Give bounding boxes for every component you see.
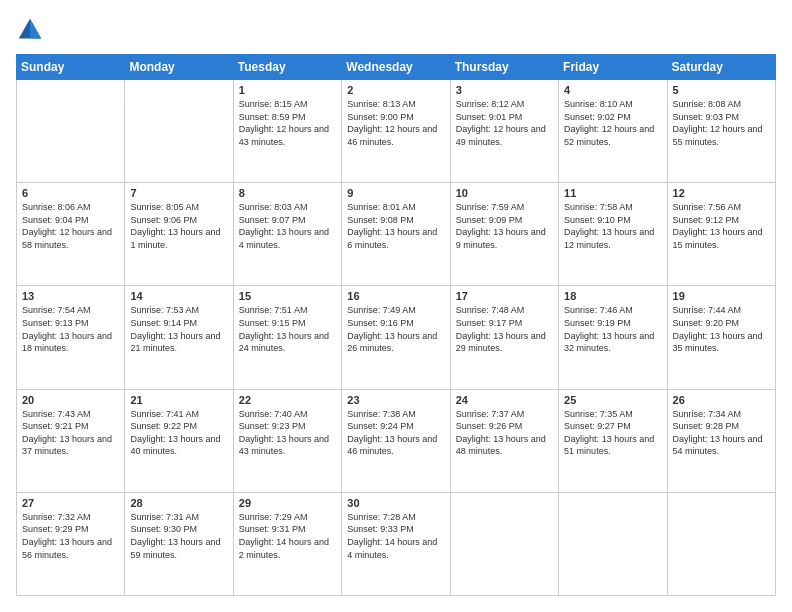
calendar-cell: 12Sunrise: 7:56 AM Sunset: 9:12 PM Dayli… <box>667 183 775 286</box>
week-row-2: 6Sunrise: 8:06 AM Sunset: 9:04 PM Daylig… <box>17 183 776 286</box>
calendar-table: SundayMondayTuesdayWednesdayThursdayFrid… <box>16 54 776 596</box>
page: SundayMondayTuesdayWednesdayThursdayFrid… <box>0 0 792 612</box>
calendar-cell: 29Sunrise: 7:29 AM Sunset: 9:31 PM Dayli… <box>233 492 341 595</box>
col-header-saturday: Saturday <box>667 55 775 80</box>
day-info: Sunrise: 8:05 AM Sunset: 9:06 PM Dayligh… <box>130 201 227 251</box>
calendar-header-row: SundayMondayTuesdayWednesdayThursdayFrid… <box>17 55 776 80</box>
day-number: 27 <box>22 497 119 509</box>
day-number: 16 <box>347 290 444 302</box>
day-number: 11 <box>564 187 661 199</box>
calendar-cell: 2Sunrise: 8:13 AM Sunset: 9:00 PM Daylig… <box>342 80 450 183</box>
calendar-cell: 16Sunrise: 7:49 AM Sunset: 9:16 PM Dayli… <box>342 286 450 389</box>
day-info: Sunrise: 7:28 AM Sunset: 9:33 PM Dayligh… <box>347 511 444 561</box>
calendar-cell: 28Sunrise: 7:31 AM Sunset: 9:30 PM Dayli… <box>125 492 233 595</box>
calendar-cell: 5Sunrise: 8:08 AM Sunset: 9:03 PM Daylig… <box>667 80 775 183</box>
header <box>16 16 776 44</box>
day-info: Sunrise: 7:38 AM Sunset: 9:24 PM Dayligh… <box>347 408 444 458</box>
day-number: 5 <box>673 84 770 96</box>
calendar-cell: 25Sunrise: 7:35 AM Sunset: 9:27 PM Dayli… <box>559 389 667 492</box>
day-info: Sunrise: 7:53 AM Sunset: 9:14 PM Dayligh… <box>130 304 227 354</box>
calendar-cell: 20Sunrise: 7:43 AM Sunset: 9:21 PM Dayli… <box>17 389 125 492</box>
week-row-3: 13Sunrise: 7:54 AM Sunset: 9:13 PM Dayli… <box>17 286 776 389</box>
col-header-tuesday: Tuesday <box>233 55 341 80</box>
day-info: Sunrise: 7:31 AM Sunset: 9:30 PM Dayligh… <box>130 511 227 561</box>
day-number: 6 <box>22 187 119 199</box>
day-number: 19 <box>673 290 770 302</box>
day-info: Sunrise: 8:03 AM Sunset: 9:07 PM Dayligh… <box>239 201 336 251</box>
day-number: 2 <box>347 84 444 96</box>
col-header-sunday: Sunday <box>17 55 125 80</box>
calendar-cell: 17Sunrise: 7:48 AM Sunset: 9:17 PM Dayli… <box>450 286 558 389</box>
day-number: 1 <box>239 84 336 96</box>
logo-icon <box>16 16 44 44</box>
calendar-cell: 3Sunrise: 8:12 AM Sunset: 9:01 PM Daylig… <box>450 80 558 183</box>
day-number: 30 <box>347 497 444 509</box>
calendar-cell <box>450 492 558 595</box>
day-info: Sunrise: 7:48 AM Sunset: 9:17 PM Dayligh… <box>456 304 553 354</box>
day-number: 10 <box>456 187 553 199</box>
day-info: Sunrise: 7:43 AM Sunset: 9:21 PM Dayligh… <box>22 408 119 458</box>
day-info: Sunrise: 7:56 AM Sunset: 9:12 PM Dayligh… <box>673 201 770 251</box>
day-info: Sunrise: 7:58 AM Sunset: 9:10 PM Dayligh… <box>564 201 661 251</box>
day-info: Sunrise: 8:08 AM Sunset: 9:03 PM Dayligh… <box>673 98 770 148</box>
day-info: Sunrise: 7:54 AM Sunset: 9:13 PM Dayligh… <box>22 304 119 354</box>
calendar-cell: 1Sunrise: 8:15 AM Sunset: 8:59 PM Daylig… <box>233 80 341 183</box>
calendar-cell: 19Sunrise: 7:44 AM Sunset: 9:20 PM Dayli… <box>667 286 775 389</box>
calendar-cell: 10Sunrise: 7:59 AM Sunset: 9:09 PM Dayli… <box>450 183 558 286</box>
day-number: 7 <box>130 187 227 199</box>
day-info: Sunrise: 8:01 AM Sunset: 9:08 PM Dayligh… <box>347 201 444 251</box>
col-header-friday: Friday <box>559 55 667 80</box>
day-info: Sunrise: 8:15 AM Sunset: 8:59 PM Dayligh… <box>239 98 336 148</box>
calendar-cell: 13Sunrise: 7:54 AM Sunset: 9:13 PM Dayli… <box>17 286 125 389</box>
calendar-cell: 6Sunrise: 8:06 AM Sunset: 9:04 PM Daylig… <box>17 183 125 286</box>
calendar-cell: 14Sunrise: 7:53 AM Sunset: 9:14 PM Dayli… <box>125 286 233 389</box>
calendar-cell: 23Sunrise: 7:38 AM Sunset: 9:24 PM Dayli… <box>342 389 450 492</box>
day-number: 25 <box>564 394 661 406</box>
day-info: Sunrise: 7:51 AM Sunset: 9:15 PM Dayligh… <box>239 304 336 354</box>
day-number: 15 <box>239 290 336 302</box>
day-number: 12 <box>673 187 770 199</box>
day-info: Sunrise: 7:40 AM Sunset: 9:23 PM Dayligh… <box>239 408 336 458</box>
col-header-thursday: Thursday <box>450 55 558 80</box>
day-number: 24 <box>456 394 553 406</box>
day-info: Sunrise: 7:34 AM Sunset: 9:28 PM Dayligh… <box>673 408 770 458</box>
day-info: Sunrise: 8:13 AM Sunset: 9:00 PM Dayligh… <box>347 98 444 148</box>
day-info: Sunrise: 7:32 AM Sunset: 9:29 PM Dayligh… <box>22 511 119 561</box>
day-number: 13 <box>22 290 119 302</box>
calendar-cell: 15Sunrise: 7:51 AM Sunset: 9:15 PM Dayli… <box>233 286 341 389</box>
day-info: Sunrise: 7:35 AM Sunset: 9:27 PM Dayligh… <box>564 408 661 458</box>
day-number: 21 <box>130 394 227 406</box>
calendar-cell: 18Sunrise: 7:46 AM Sunset: 9:19 PM Dayli… <box>559 286 667 389</box>
calendar-cell <box>559 492 667 595</box>
day-number: 29 <box>239 497 336 509</box>
week-row-4: 20Sunrise: 7:43 AM Sunset: 9:21 PM Dayli… <box>17 389 776 492</box>
week-row-5: 27Sunrise: 7:32 AM Sunset: 9:29 PM Dayli… <box>17 492 776 595</box>
calendar-cell: 22Sunrise: 7:40 AM Sunset: 9:23 PM Dayli… <box>233 389 341 492</box>
day-number: 26 <box>673 394 770 406</box>
day-number: 9 <box>347 187 444 199</box>
day-number: 3 <box>456 84 553 96</box>
calendar-cell: 30Sunrise: 7:28 AM Sunset: 9:33 PM Dayli… <box>342 492 450 595</box>
day-info: Sunrise: 7:49 AM Sunset: 9:16 PM Dayligh… <box>347 304 444 354</box>
day-number: 17 <box>456 290 553 302</box>
day-info: Sunrise: 8:06 AM Sunset: 9:04 PM Dayligh… <box>22 201 119 251</box>
day-number: 22 <box>239 394 336 406</box>
calendar-cell: 26Sunrise: 7:34 AM Sunset: 9:28 PM Dayli… <box>667 389 775 492</box>
calendar-cell: 4Sunrise: 8:10 AM Sunset: 9:02 PM Daylig… <box>559 80 667 183</box>
day-number: 20 <box>22 394 119 406</box>
day-number: 14 <box>130 290 227 302</box>
calendar-cell: 21Sunrise: 7:41 AM Sunset: 9:22 PM Dayli… <box>125 389 233 492</box>
day-number: 18 <box>564 290 661 302</box>
calendar-cell <box>667 492 775 595</box>
day-info: Sunrise: 7:29 AM Sunset: 9:31 PM Dayligh… <box>239 511 336 561</box>
calendar-cell: 7Sunrise: 8:05 AM Sunset: 9:06 PM Daylig… <box>125 183 233 286</box>
logo <box>16 16 48 44</box>
day-number: 4 <box>564 84 661 96</box>
day-info: Sunrise: 7:46 AM Sunset: 9:19 PM Dayligh… <box>564 304 661 354</box>
svg-marker-1 <box>30 19 41 39</box>
calendar-cell: 11Sunrise: 7:58 AM Sunset: 9:10 PM Dayli… <box>559 183 667 286</box>
calendar-cell: 27Sunrise: 7:32 AM Sunset: 9:29 PM Dayli… <box>17 492 125 595</box>
day-info: Sunrise: 8:12 AM Sunset: 9:01 PM Dayligh… <box>456 98 553 148</box>
calendar-cell: 24Sunrise: 7:37 AM Sunset: 9:26 PM Dayli… <box>450 389 558 492</box>
day-info: Sunrise: 8:10 AM Sunset: 9:02 PM Dayligh… <box>564 98 661 148</box>
